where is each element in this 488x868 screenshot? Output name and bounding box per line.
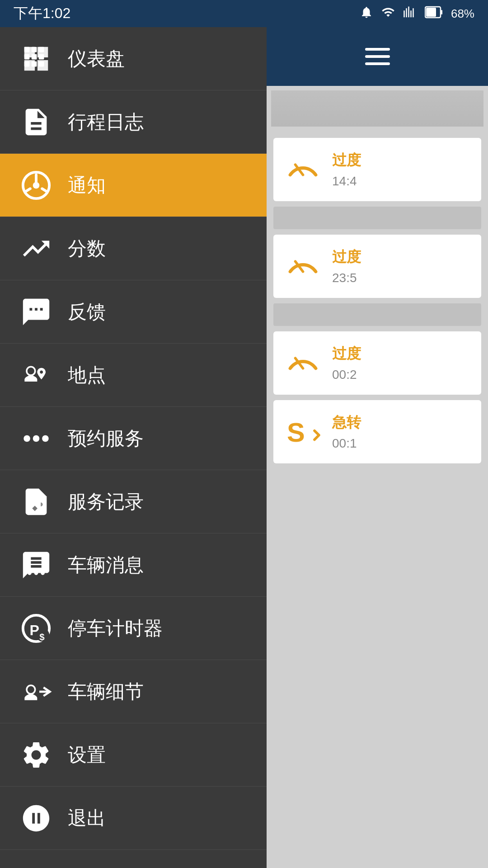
steering-wheel-icon xyxy=(18,167,54,203)
notification-title-3: 过度 xyxy=(332,344,472,364)
sidebar-item-booking[interactable]: 预约服务 xyxy=(0,407,267,470)
status-time: 下午1:02 xyxy=(14,4,70,24)
parking-timer-icon: P $ xyxy=(18,610,54,646)
sidebar-label-service-records: 服务记录 xyxy=(68,489,144,514)
right-panel-header xyxy=(267,27,488,86)
svg-point-20 xyxy=(41,571,45,575)
notification-title-2: 过度 xyxy=(332,247,472,267)
svg-rect-11 xyxy=(39,61,44,66)
sidebar: 仪表盘 行程日志 通知 xyxy=(0,27,267,868)
locations-icon xyxy=(18,357,54,393)
sidebar-item-trip-log[interactable]: 行程日志 xyxy=(0,90,267,154)
sharp-turn-icon: S xyxy=(282,411,323,452)
sidebar-item-notifications[interactable]: 通知 xyxy=(0,154,267,217)
notification-title-4: 急转 xyxy=(332,413,472,433)
sidebar-item-parking-timer[interactable]: P $ 停车计时器 xyxy=(0,597,267,660)
svg-point-25 xyxy=(27,685,35,694)
notification-title-1: 过度 xyxy=(332,151,472,170)
wifi-icon xyxy=(381,5,395,22)
hamburger-menu-icon[interactable] xyxy=(365,48,390,65)
svg-rect-3 xyxy=(24,47,30,52)
divider-bg-1 xyxy=(273,207,481,229)
sidebar-label-locations: 地点 xyxy=(68,363,106,388)
sidebar-label-parking-timer: 停车计时器 xyxy=(68,616,163,641)
main-layout: 仪表盘 行程日志 通知 xyxy=(0,27,488,868)
status-bar: 下午1:02 68% xyxy=(0,0,488,27)
battery-icon xyxy=(425,6,443,22)
notification-card-1[interactable]: 过度 14:4 xyxy=(273,138,481,201)
signal-icon xyxy=(403,5,417,22)
notification-time-1: 14:4 xyxy=(332,174,472,189)
sidebar-label-booking: 预约服务 xyxy=(68,426,144,451)
sidebar-item-scores[interactable]: 分数 xyxy=(0,217,267,280)
notification-time-2: 23:5 xyxy=(332,271,472,285)
hamburger-line-1 xyxy=(365,48,390,51)
notification-content-1: 过度 14:4 xyxy=(332,151,472,189)
hamburger-line-2 xyxy=(365,55,390,58)
svg-point-18 xyxy=(28,571,32,575)
svg-point-14 xyxy=(27,367,35,375)
settings-icon xyxy=(18,737,54,773)
sidebar-label-notifications: 通知 xyxy=(68,173,106,198)
sidebar-label-vehicle-messages: 车辆消息 xyxy=(68,552,144,578)
svg-rect-7 xyxy=(39,47,44,52)
status-icons: 68% xyxy=(360,5,474,22)
sidebar-item-settings[interactable]: 设置 xyxy=(0,723,267,787)
notification-card-2[interactable]: 过度 23:5 xyxy=(273,235,481,298)
speedometer-icon-2 xyxy=(282,246,323,287)
notification-time-3: 00:2 xyxy=(332,368,472,382)
logout-icon xyxy=(18,800,54,836)
svg-rect-2 xyxy=(426,8,436,17)
svg-rect-9 xyxy=(24,61,30,66)
svg-rect-10 xyxy=(32,61,37,66)
scores-icon xyxy=(18,231,54,267)
speedometer-icon-3 xyxy=(282,343,323,383)
vehicle-details-icon xyxy=(18,674,54,710)
sidebar-label-feedback: 反馈 xyxy=(68,299,106,325)
notification-content-3: 过度 00:2 xyxy=(332,344,472,382)
booking-icon xyxy=(18,420,54,457)
dashboard-icon xyxy=(18,41,54,77)
svg-rect-6 xyxy=(32,54,37,59)
right-panel: 过度 14:4 过度 23:5 xyxy=(267,27,488,868)
feedback-icon xyxy=(18,294,54,330)
svg-point-16 xyxy=(33,435,40,442)
sidebar-item-logout[interactable]: 退出 xyxy=(0,787,267,850)
sidebar-label-vehicle-details: 车辆细节 xyxy=(68,679,144,704)
sidebar-item-service-records[interactable]: 服务记录 xyxy=(0,470,267,533)
notification-content-2: 过度 23:5 xyxy=(332,247,472,285)
notification-card-3[interactable]: 过度 00:2 xyxy=(273,331,481,395)
notification-card-4[interactable]: S 急转 00:1 xyxy=(273,400,481,463)
battery-percentage: 68% xyxy=(451,7,474,21)
svg-text:$: $ xyxy=(39,632,45,642)
bg-area-top xyxy=(271,90,483,127)
sidebar-item-feedback[interactable]: 反馈 xyxy=(0,280,267,344)
svg-rect-8 xyxy=(39,54,44,59)
vehicle-messages-icon xyxy=(18,547,54,583)
sidebar-label-dashboard: 仪表盘 xyxy=(68,46,125,71)
alarm-icon xyxy=(360,5,373,22)
sidebar-label-logout: 退出 xyxy=(68,806,106,831)
sidebar-item-vehicle-messages[interactable]: 车辆消息 xyxy=(0,533,267,597)
sidebar-item-locations[interactable]: 地点 xyxy=(0,344,267,407)
notification-content-4: 急转 00:1 xyxy=(332,413,472,451)
svg-rect-4 xyxy=(32,47,37,52)
sidebar-label-scores: 分数 xyxy=(68,236,106,261)
svg-text:S: S xyxy=(287,417,305,447)
service-records-icon xyxy=(18,484,54,520)
trip-log-icon xyxy=(18,104,54,140)
hamburger-line-3 xyxy=(365,62,390,65)
speedometer-icon-1 xyxy=(282,149,323,190)
sidebar-label-trip-log: 行程日志 xyxy=(68,109,144,135)
sidebar-item-vehicle-details[interactable]: 车辆细节 xyxy=(0,660,267,723)
notifications-list: 过度 14:4 过度 23:5 xyxy=(267,131,488,868)
svg-rect-1 xyxy=(441,10,442,14)
svg-rect-5 xyxy=(24,54,30,59)
sidebar-item-dashboard[interactable]: 仪表盘 xyxy=(0,27,267,90)
svg-point-15 xyxy=(23,435,30,442)
divider-bg-2 xyxy=(273,303,481,326)
svg-point-19 xyxy=(34,571,38,575)
sidebar-label-settings: 设置 xyxy=(68,742,106,768)
svg-point-17 xyxy=(42,435,49,442)
notification-time-4: 00:1 xyxy=(332,436,472,451)
